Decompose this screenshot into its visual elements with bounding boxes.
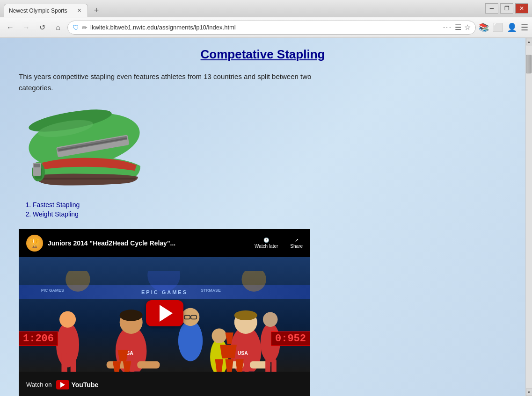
url-bar[interactable]: 🛡 ✏ ··· ☰ ☆ (67, 21, 476, 35)
share-icon: ↗ (295, 238, 299, 243)
tab-close-button[interactable]: ✕ (75, 7, 83, 14)
home-button[interactable]: ⌂ (51, 21, 65, 34)
video-title: Juniors 2014 "Head2Head Cycle Relay"... (48, 239, 250, 247)
svg-point-11 (66, 271, 90, 292)
tab-area: Newest Olympic Sports ✕ + (4, 0, 485, 17)
youtube-play-icon (60, 382, 65, 388)
youtube-text: YouTube (71, 381, 98, 389)
nav-right-icons: 📚 ⬜ 👤 ☰ (479, 22, 528, 33)
list-item-1: Fastest Stapling (33, 201, 507, 209)
fastest-stapling-link[interactable]: Fastest Stapling (33, 201, 80, 209)
scroll-down-button[interactable]: ▼ (526, 389, 532, 396)
new-tab-button[interactable]: + (90, 4, 103, 17)
svg-point-34 (234, 310, 257, 320)
share-button[interactable]: ↗ Share (290, 238, 303, 249)
url-more-icon[interactable]: ··· (443, 23, 452, 32)
video-channel-logo: 🏆 (26, 235, 43, 252)
scrollbar[interactable]: ▲ ▼ (525, 38, 532, 396)
refresh-button[interactable]: ↺ (36, 21, 49, 34)
svg-marker-49 (113, 361, 121, 372)
menu-icon[interactable]: ☰ (521, 22, 528, 33)
minimize-button[interactable]: ─ (485, 3, 498, 14)
star-icon[interactable]: ☆ (464, 23, 471, 32)
list-item-2: Weight Stapling (33, 210, 507, 218)
svg-rect-9 (34, 164, 40, 167)
svg-point-21 (120, 310, 143, 321)
scroll-up-button[interactable]: ▲ (526, 38, 532, 45)
page-title: Competative Stapling (19, 47, 507, 62)
profile-icon[interactable]: 👤 (507, 22, 517, 33)
svg-rect-25 (137, 361, 160, 369)
share-label: Share (290, 244, 303, 249)
svg-point-26 (178, 320, 203, 361)
youtube-logo[interactable]: YouTube (56, 380, 98, 389)
stapler-svg (19, 103, 145, 189)
left-scoreboard: 1:206 (19, 331, 58, 346)
watch-later-button[interactable]: 🕐 Watch later (255, 238, 278, 249)
svg-point-40 (212, 329, 227, 344)
description-text: This years competitive stapling even fea… (19, 71, 346, 94)
svg-text:STRMASE: STRMASE (201, 288, 221, 293)
clock-icon: 🕐 (263, 238, 269, 243)
title-bar: Newest Olympic Sports ✕ + ─ ❐ ✕ (0, 0, 532, 17)
page-heading-link[interactable]: Competative Stapling (201, 47, 325, 61)
categories-list: Fastest Stapling Weight Stapling (33, 201, 507, 218)
play-button-overlay[interactable] (146, 300, 183, 326)
svg-point-15 (59, 311, 76, 328)
back-button[interactable]: ← (4, 21, 17, 34)
svg-rect-30 (190, 317, 191, 317)
navigation-bar: ← → ↺ ⌂ 🛡 ✏ ··· ☰ ☆ 📚 ⬜ 👤 ☰ (0, 17, 532, 38)
tabs-icon[interactable]: ⬜ (493, 22, 503, 33)
video-bottom-bar: Watch on YouTube (19, 372, 310, 396)
bookmarks-icon[interactable]: 📚 (479, 22, 489, 33)
svg-point-44 (263, 312, 278, 327)
scrollbar-thumb[interactable] (526, 55, 532, 73)
youtube-icon (56, 380, 69, 389)
watch-later-label: Watch later (255, 244, 278, 249)
weight-stapling-link[interactable]: Weight Stapling (33, 210, 79, 218)
svg-marker-55 (220, 345, 237, 359)
close-button[interactable]: ✕ (515, 3, 528, 14)
svg-rect-16 (61, 353, 67, 372)
svg-point-13 (147, 271, 180, 292)
window-controls: ─ ❐ ✕ (485, 3, 528, 14)
stapler-image (19, 103, 150, 192)
svg-rect-46 (271, 359, 277, 372)
watch-on-text: Watch on (26, 381, 51, 388)
svg-rect-45 (265, 359, 270, 372)
tab-title: Newest Olympic Sports (9, 7, 73, 14)
browser-window: Newest Olympic Sports ✕ + ─ ❐ ✕ ← → ↺ ⌂ … (0, 0, 532, 396)
video-embed[interactable]: 🏆 Juniors 2014 "Head2Head Cycle Relay"..… (19, 229, 310, 396)
page-content: Competative Stapling This years competit… (0, 38, 525, 396)
bookmark-icon[interactable]: ☰ (455, 23, 461, 32)
play-button[interactable] (146, 300, 183, 326)
svg-text:PIC GAMES: PIC GAMES (41, 288, 64, 293)
security-shield-icon: 🛡 (73, 24, 79, 31)
video-top-bar: 🏆 Juniors 2014 "Head2Head Cycle Relay"..… (19, 229, 310, 257)
svg-point-12 (241, 271, 266, 292)
svg-text:USA: USA (238, 350, 248, 356)
forward-button[interactable]: → (20, 21, 33, 34)
svg-rect-17 (71, 353, 76, 372)
play-triangle-icon (160, 305, 173, 322)
url-input[interactable] (90, 24, 440, 31)
svg-rect-5 (40, 178, 136, 180)
content-area: Competative Stapling This years competit… (0, 38, 532, 396)
restore-button[interactable]: ❐ (500, 3, 513, 14)
active-tab[interactable]: Newest Olympic Sports ✕ (4, 4, 88, 17)
url-edit-icon: ✏ (82, 24, 87, 31)
right-scoreboard: 0:952 (271, 331, 310, 346)
svg-marker-53 (225, 359, 233, 372)
scrollbar-track[interactable] (526, 45, 532, 389)
